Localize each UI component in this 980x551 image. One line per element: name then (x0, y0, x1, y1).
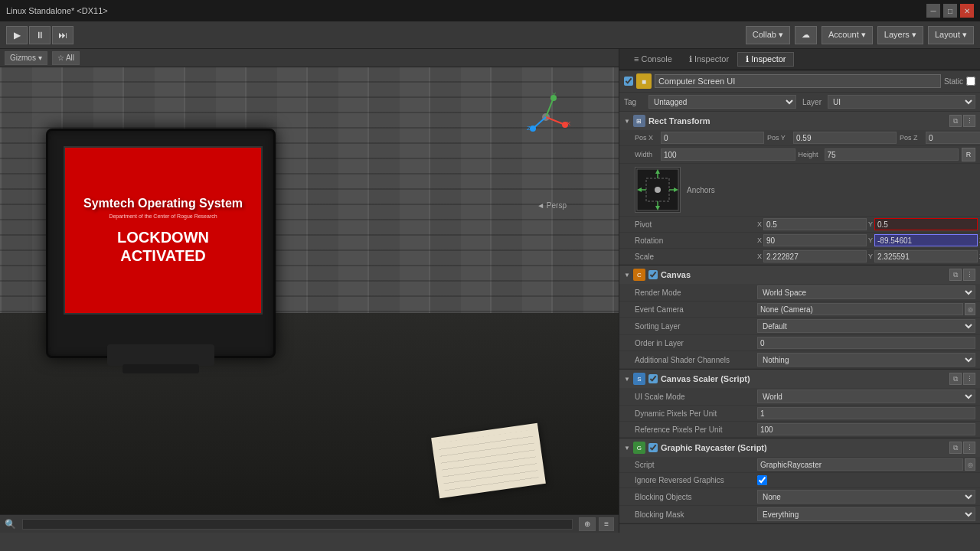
pos-y-label: Pos Y (767, 134, 790, 142)
rotation-label: Rotation (635, 236, 757, 245)
maximize-button[interactable]: □ (943, 4, 957, 18)
layers-button[interactable]: Layers ▾ (877, 26, 923, 44)
pos-x-input[interactable] (661, 132, 764, 144)
event-camera-row: Event Camera ◎ (619, 302, 980, 318)
scene-viewport[interactable]: Symtech Operating System Department of t… (0, 67, 619, 514)
step-button[interactable]: ⏭ (52, 26, 74, 44)
tv-body: Symtech Operating System Department of t… (46, 129, 276, 358)
ignore-reversed-label: Ignore Reversed Graphics (635, 476, 757, 484)
ref-pixels-input[interactable] (757, 423, 975, 435)
canvas-header[interactable]: ▼ C Canvas ⧉ ⋮ (619, 266, 980, 284)
close-button[interactable]: ✕ (960, 4, 974, 18)
account-button[interactable]: Account ▾ (822, 26, 873, 44)
scale-x-input[interactable] (763, 250, 867, 262)
event-camera-label: Event Camera (635, 305, 757, 314)
raycaster-copy-btn[interactable]: ⧉ (949, 442, 962, 454)
render-mode-select[interactable]: World Space (757, 285, 975, 299)
sorting-layer-row: Sorting Layer Default (619, 318, 980, 335)
pos-z-input[interactable] (926, 132, 980, 144)
static-checkbox[interactable] (966, 77, 975, 86)
cloud-button[interactable]: ☁ (795, 26, 817, 44)
scale-y-input[interactable] (874, 250, 978, 262)
collab-button[interactable]: Collab ▾ (746, 26, 790, 44)
shader-channels-label: Additional Shader Channels (635, 356, 757, 364)
rect-transform-icon: ⊞ (633, 115, 645, 127)
order-in-layer-input[interactable] (757, 337, 975, 349)
script-label: Script (635, 461, 757, 469)
rot-y-input[interactable] (874, 234, 978, 246)
scale-y-label: Y (868, 253, 873, 260)
pos-y-input[interactable] (793, 132, 897, 144)
layer-select[interactable]: UI (828, 95, 975, 109)
go-active-checkbox[interactable] (624, 77, 633, 86)
event-camera-input[interactable] (757, 303, 963, 315)
rot-x-input[interactable] (763, 234, 867, 246)
ignore-reversed-row: Ignore Reversed Graphics (619, 473, 980, 488)
ignore-reversed-checkbox[interactable] (757, 475, 767, 485)
tab-inspector-1[interactable]: ℹ Inspector (681, 52, 737, 67)
raycaster-settings-btn[interactable]: ⋮ (963, 442, 975, 454)
pause-button[interactable]: ⏸ (29, 26, 51, 44)
tab-console[interactable]: ≡ Console (626, 52, 681, 67)
pivot-y-input[interactable] (874, 218, 978, 230)
graphic-raycaster-section: ▼ G Graphic Raycaster (Script) ⧉ ⋮ Scrip… (619, 439, 980, 524)
rot-y-label: Y (868, 236, 873, 244)
rotation-row: Rotation X Y Z (619, 233, 980, 249)
dynamic-pixels-row: Dynamic Pixels Per Unit (619, 406, 980, 422)
gameobject-header: ■ Static (619, 70, 980, 93)
play-button[interactable]: ▶ (6, 26, 28, 44)
tab-inspector-2[interactable]: ℹ Inspector (737, 52, 794, 67)
ui-scale-mode-select[interactable]: World (757, 390, 975, 403)
raycaster-collapse-arrow: ▼ (624, 445, 630, 452)
ui-scale-mode-row: UI Scale Mode World (619, 388, 980, 406)
title-bar: Linux Standalone* <DX11> ─ □ ✕ (0, 0, 980, 21)
rect-copy-btn[interactable]: ⧉ (949, 115, 962, 127)
graphic-raycaster-header[interactable]: ▼ G Graphic Raycaster (Script) ⧉ ⋮ (619, 439, 980, 457)
raycaster-active-checkbox[interactable] (648, 443, 658, 452)
tv-title-text: Symtech Operating System (83, 197, 243, 210)
shader-channels-select[interactable]: Nothing (757, 353, 975, 367)
width-label: Width (635, 151, 658, 158)
all-button[interactable]: ☆ All (52, 51, 80, 65)
layout-button[interactable]: Layout ▾ (928, 26, 974, 44)
pivot-x-input[interactable] (763, 218, 867, 230)
blocking-objects-select[interactable]: None (757, 490, 975, 504)
scaler-copy-btn[interactable]: ⧉ (949, 373, 962, 385)
gizmos-button[interactable]: Gizmos ▾ (5, 51, 47, 65)
sorting-layer-select[interactable]: Default (757, 319, 975, 333)
rect-settings-btn[interactable]: ⋮ (963, 115, 975, 127)
dynamic-pixels-input[interactable] (757, 407, 975, 419)
r-button[interactable]: R (962, 148, 975, 161)
tv-screen: Symtech Operating System Department of t… (64, 146, 263, 315)
canvas-settings-btn[interactable]: ⋮ (963, 269, 975, 281)
tag-label: Tag (624, 98, 645, 106)
script-input[interactable] (757, 458, 963, 471)
blocking-objects-label: Blocking Objects (635, 493, 757, 501)
canvas-scaler-active-checkbox[interactable] (648, 374, 658, 383)
rect-collapse-arrow: ▼ (624, 118, 630, 125)
gameobject-icon: ■ (636, 73, 652, 89)
canvas-active-checkbox[interactable] (648, 270, 658, 279)
canvas-copy-btn[interactable]: ⧉ (949, 269, 962, 281)
scene-controls-btn[interactable]: ⊕ (579, 517, 596, 531)
tag-select[interactable]: Untagged (648, 95, 796, 109)
script-pick-btn[interactable]: ◎ (965, 458, 975, 471)
canvas-scaler-header[interactable]: ▼ S Canvas Scaler (Script) ⧉ ⋮ (619, 370, 980, 388)
height-input[interactable] (825, 148, 959, 161)
canvas-scaler-actions: ⧉ ⋮ (949, 373, 975, 385)
minimize-button[interactable]: ─ (926, 4, 940, 18)
event-camera-pick-btn[interactable]: ◎ (965, 303, 975, 315)
zoom-icon: 🔍 (5, 519, 16, 530)
rect-transform-header[interactable]: ▼ ⊞ Rect Transform ⧉ ⋮ (619, 112, 980, 130)
svg-text:Y: Y (552, 91, 557, 98)
sorting-layer-label: Sorting Layer (635, 322, 757, 331)
width-input[interactable] (661, 148, 795, 161)
blocking-mask-select[interactable]: Everything (757, 507, 975, 521)
scaler-settings-btn[interactable]: ⋮ (963, 373, 975, 385)
go-name-input[interactable] (655, 74, 941, 88)
dynamic-pixels-label: Dynamic Pixels Per Unit (635, 409, 757, 418)
canvas-icon: C (633, 269, 645, 281)
inspector-icon-2: ℹ (746, 54, 749, 64)
inspector-icon-1: ℹ (689, 54, 692, 64)
scene-settings-btn[interactable]: ≡ (599, 517, 614, 531)
